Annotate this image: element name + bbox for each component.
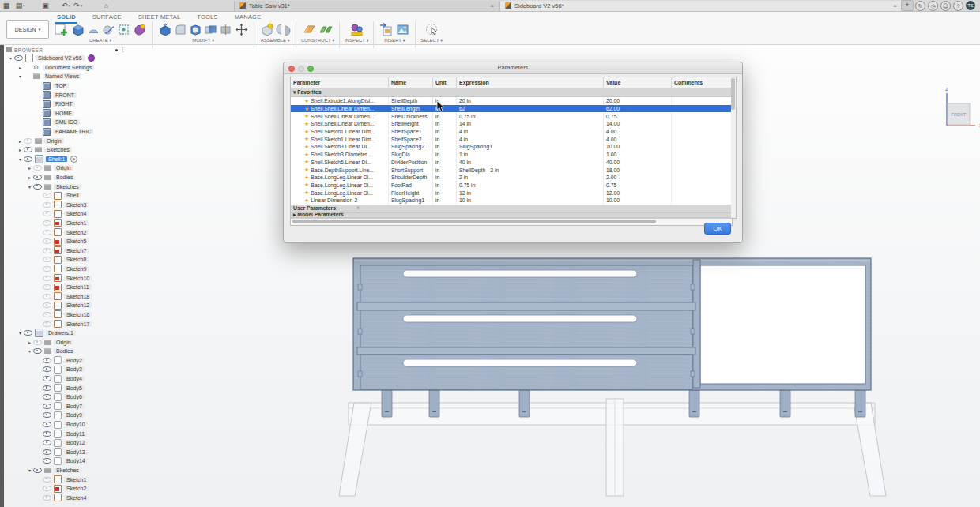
parameter-row[interactable]: ★Base.LongLeg.Linear Di...FootPadin0.75 … [291,182,732,190]
tree-item[interactable]: Body3 [6,365,126,374]
viewcube[interactable]: FRONT Z X [937,85,980,134]
tree-item[interactable]: Body11 [6,429,126,438]
visibility-eye-icon[interactable] [43,486,51,491]
parameter-row[interactable]: ★Shell.Sketch5.Linear Di...DividerPositi… [291,159,732,167]
close-tab-icon[interactable]: × [893,2,897,9]
expand-arrow-icon[interactable]: ▾ [17,156,24,162]
favorite-star-icon[interactable]: ★ [304,106,309,112]
parameter-row[interactable]: ★Shell.Sketch1.Linear Dim...ShelfSpace2i… [291,135,732,143]
vertical-scrollbar[interactable] [731,77,737,219]
home-icon[interactable]: ⌂ [100,2,113,9]
visibility-eye-icon[interactable] [33,165,42,171]
visibility-eye-icon[interactable] [43,238,51,244]
visibility-eye-icon[interactable] [43,266,51,272]
new-tab-button[interactable]: + [901,0,914,11]
expand-arrow-icon[interactable]: ▾ [7,55,14,61]
favorite-star-icon[interactable]: ★ [304,152,309,158]
revolve-icon[interactable] [87,23,100,36]
tree-item[interactable]: ▾Sketches [6,182,126,191]
sync-icon[interactable]: ↻ [915,1,925,11]
ribbon-group-label[interactable]: INSPECT▾ [345,38,368,43]
tree-item[interactable]: Sketch1 [6,475,126,484]
expand-arrow-icon[interactable]: ▾ [17,330,24,336]
visibility-eye-icon[interactable] [43,321,51,327]
tree-item[interactable]: Body13 [6,448,126,457]
visibility-eye-icon[interactable] [24,147,32,152]
tree-item[interactable]: Sketch4 [6,209,126,219]
tree-item[interactable]: Sketch11 [6,283,126,292]
visibility-eye-icon[interactable] [43,440,51,445]
tree-item[interactable]: Body12 [6,438,126,448]
visibility-eye-icon[interactable] [43,312,51,317]
visibility-eye-icon[interactable] [43,294,51,299]
dialog-titlebar[interactable]: Parameters [284,62,742,74]
visibility-eye-icon[interactable] [43,394,51,400]
browser-header[interactable]: BROWSER ⋮ [6,46,126,54]
tree-item[interactable]: ▸Bodies [6,173,126,182]
tree-item[interactable]: Sketch5 [6,237,126,246]
doc-tab-table-saw[interactable]: Table Saw v31* × [234,1,499,11]
insert-derive-icon[interactable] [379,22,394,37]
tree-item[interactable]: PARAMETRIC [6,127,126,137]
form-icon[interactable] [132,22,147,37]
shell-icon[interactable] [189,23,202,36]
ribbon-group-label[interactable]: CREATE▾ [89,38,111,43]
save-icon[interactable]: ▣ [40,2,52,9]
tree-item[interactable]: Sketch10 [6,273,126,283]
visibility-eye-icon[interactable] [43,220,51,226]
visibility-eye-icon[interactable] [24,330,32,336]
parameter-row[interactable]: ★Shell.Shell.Linear Dimen...ShellLengthi… [291,105,732,113]
visibility-eye-icon[interactable] [24,138,32,144]
expand-arrow-icon[interactable]: ▸ [17,138,24,144]
expand-arrow-icon[interactable]: ▾ [26,348,33,354]
parameter-group-row[interactable]: ▾ Favorites [291,88,732,97]
doc-tab-sideboard[interactable]: Sideboard V2 v56* × [499,1,903,11]
visibility-eye-icon[interactable] [43,302,51,308]
parameter-row[interactable]: ★Shell.Sketch3.Linear Di...SlugSpacing2i… [291,143,732,151]
parameter-row[interactable]: ★Shell.Shell.Linear Dimen...ShellHeighti… [291,120,732,128]
insert-canvas-icon[interactable] [395,22,410,37]
tree-item[interactable]: ▸⚙Document Settings [6,63,126,73]
favorite-star-icon[interactable]: ★ [304,159,309,165]
visibility-eye-icon[interactable] [33,175,42,180]
ribbon-group-label[interactable]: ASSEMBLE▾ [261,38,290,43]
tree-item[interactable]: Body6 [6,392,126,402]
tree-item[interactable]: TOP [6,81,126,91]
favorite-star-icon[interactable]: ★ [304,190,309,196]
ok-button[interactable]: OK [704,223,731,235]
expand-arrow-icon[interactable]: ▸ [26,165,33,171]
favorite-star-icon[interactable]: ★ [304,182,309,188]
parameter-row[interactable]: ★Shell.Extrude1.AlongDist...ShellDepthin… [291,97,732,105]
visibility-eye-icon[interactable] [43,230,51,235]
ribbon-group-label[interactable]: MODIFY▾ [192,38,214,43]
visibility-eye-icon[interactable] [33,184,42,190]
parameter-row[interactable]: ★Shell.Sketch1.Linear Dim...ShelfSpace1i… [291,128,732,136]
browser-options-icon[interactable] [115,49,118,51]
favorite-star-icon[interactable]: ★ [304,113,309,119]
close-window-icon[interactable] [288,66,295,72]
fillet-icon[interactable] [174,23,187,36]
select-icon[interactable] [424,22,439,37]
expand-arrow-icon[interactable]: ▸ [17,65,24,70]
tree-item[interactable]: Sketch3 [6,201,126,210]
tree-item[interactable]: ▾Shell:1 [6,155,126,164]
avatar[interactable]: TS [966,1,975,10]
measure-icon[interactable] [349,22,364,37]
tree-item[interactable]: ▾Bodies [6,347,126,356]
press-pull-icon[interactable] [157,22,172,37]
tree-item[interactable]: ▸Sketches [6,145,126,155]
close-tab-icon[interactable]: × [490,2,494,9]
tree-item[interactable]: Sketch4 [6,494,126,503]
expand-arrow-icon[interactable]: ▾ [26,184,33,190]
activate-component-radio[interactable] [70,156,77,163]
zoom-window-icon[interactable] [307,66,314,72]
visibility-eye-icon[interactable] [43,284,51,290]
split-icon[interactable] [219,23,232,36]
loft-icon[interactable] [117,23,130,36]
tree-item[interactable]: ▾Sketches [6,466,126,475]
clock-icon[interactable]: ◷ [928,1,938,11]
horizontal-scrollbar[interactable] [291,218,732,225]
parameter-row[interactable]: ★Base.LongLeg.Linear Di...ShoulderDepthi… [291,174,732,182]
parameter-row[interactable]: ★Linear Dimension-2SlugSpacing1in10 in10… [291,197,732,205]
ribbon-group-label[interactable]: SELECT▾ [420,38,443,43]
